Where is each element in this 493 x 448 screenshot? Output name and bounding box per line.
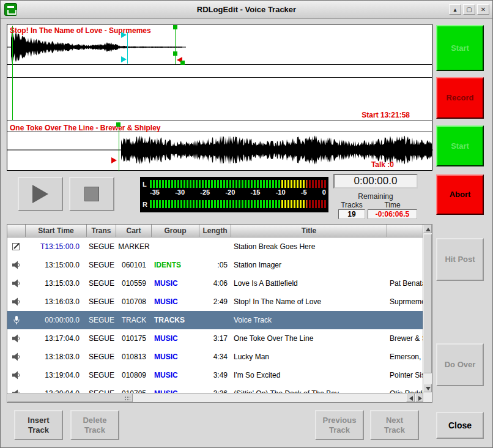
cell: MUSIC: [152, 293, 199, 311]
log-table-header[interactable]: Start TimeTransCartGroupLengthTitle: [7, 225, 423, 237]
cell: SEGUE: [87, 329, 116, 348]
window-title: RDLogEdit - Voice Tracker: [1, 5, 492, 14]
cell: SEGUE: [87, 256, 116, 274]
vertical-scrollbar-thumb[interactable]: [423, 234, 432, 373]
play-button[interactable]: [18, 177, 63, 211]
record-button[interactable]: Record: [436, 77, 484, 119]
scroll-left-button[interactable]: [406, 394, 415, 402]
talk-marker-icon[interactable]: [111, 157, 117, 163]
shade-window-icon[interactable]: ▴: [449, 4, 461, 15]
speaker-icon: [7, 329, 26, 348]
abort-button[interactable]: Abort: [436, 174, 484, 215]
cell: MUSIC: [152, 329, 199, 348]
arrow-up-icon: [426, 228, 431, 231]
voice-track-band[interactable]: Start 13:21:58: [7, 78, 432, 121]
play-icon: [32, 185, 48, 203]
column-header-blank[interactable]: [7, 225, 26, 237]
elapsed-time-display: 0:00:00.0: [333, 174, 418, 189]
table-row[interactable]: 13:20:04.0SEGUE010705MUSIC3:36(Sittin' O…: [7, 384, 423, 394]
track2-waveform-band[interactable]: One Toke Over The Line - Brewer & Shiple…: [7, 122, 432, 171]
cell: 13:18:03.0: [26, 348, 87, 366]
stop-button[interactable]: [69, 177, 114, 211]
column-header-group[interactable]: Group: [152, 225, 199, 237]
previous-track-button[interactable]: Previous Track: [315, 410, 364, 440]
delete-track-button[interactable]: Delete Track: [70, 410, 119, 440]
mic-icon: [7, 311, 26, 329]
cell: 010813: [116, 348, 152, 366]
meter-left-bar: [150, 180, 326, 188]
horizontal-scrollbar[interactable]: [7, 393, 424, 402]
track1-waveform-band[interactable]: Stop! In The Name of Love - Suprmemes: [7, 24, 432, 78]
log-table: Start TimeTransCartGroupLengthTitle T13:…: [7, 224, 432, 403]
table-row[interactable]: 00:00:00.0SEGUETRACKTRACKSVoice Track: [7, 311, 423, 329]
arrow-right-icon: [418, 396, 422, 401]
table-row[interactable]: 13:16:03.0SEGUE010708MUSIC2:49Stop! In T…: [7, 293, 423, 311]
cell: 010559: [116, 274, 152, 293]
cell: 4:06: [199, 274, 231, 293]
edit-icon: [7, 237, 26, 256]
fade-handle-icon[interactable]: [173, 51, 177, 56]
close-button[interactable]: Close: [436, 412, 484, 439]
column-header-title[interactable]: Title: [231, 225, 387, 237]
cell: T13:15:00.0: [26, 237, 87, 256]
waveform-panel[interactable]: Stop! In The Name of Love - Suprmemes St…: [7, 24, 432, 171]
next-track-button[interactable]: Next Track: [370, 410, 419, 440]
maximize-window-icon[interactable]: ▢: [463, 4, 475, 15]
column-header-length[interactable]: Length: [199, 225, 231, 237]
scroll-up-button[interactable]: [423, 225, 432, 233]
table-row[interactable]: 13:18:03.0SEGUE010813MUSIC4:34Lucky ManE…: [7, 348, 423, 366]
meter-right-label: R: [143, 201, 147, 208]
cell: :05: [199, 256, 231, 274]
scroll-down-button[interactable]: [423, 384, 432, 392]
table-row[interactable]: 13:15:00.0SEGUE060101IDENTS:05Station Im…: [7, 256, 423, 274]
insert-track-button[interactable]: Insert Track: [14, 410, 63, 440]
cell: IDENTS: [152, 256, 199, 274]
arrow-down-icon: [426, 387, 431, 390]
table-row[interactable]: 13:15:03.0SEGUE010559MUSIC4:06Love Is A …: [7, 274, 423, 293]
start-track1-button[interactable]: Start: [436, 25, 484, 71]
table-row[interactable]: 13:19:04.0SEGUE010809MUSIC3:49I'm So Exc…: [7, 366, 423, 384]
cell: 3:49: [199, 366, 231, 384]
segue-marker-line[interactable]: [127, 32, 128, 64]
cell: MUSIC: [152, 274, 199, 293]
meter-scale-tick: -25: [200, 189, 210, 196]
cell: [387, 237, 423, 256]
column-header-start-time[interactable]: Start Time: [26, 225, 87, 237]
table-row[interactable]: T13:15:00.0SEGUEMARKERStation Break Goes…: [7, 237, 423, 256]
cell: Pat Benatar: [387, 274, 423, 293]
column-header-blank[interactable]: [387, 225, 423, 237]
vertical-scrollbar[interactable]: [423, 225, 432, 402]
fade-handle-icon[interactable]: [180, 61, 185, 65]
cell: SEGUE: [87, 366, 116, 384]
stop-icon: [84, 187, 99, 201]
meter-scale-tick: -15: [251, 189, 261, 196]
start-handle-icon[interactable]: [116, 122, 120, 127]
start-time-note: Start 13:21:58: [361, 111, 410, 119]
talk-note: Talk :0: [371, 160, 394, 169]
remaining-time-value: -0:06:06.5: [368, 209, 417, 219]
table-row[interactable]: 13:17:04.0SEGUE010175MUSIC3:17One Toke O…: [7, 329, 423, 348]
fade-handle-icon[interactable]: [173, 25, 177, 29]
do-over-button[interactable]: Do Over: [436, 343, 484, 386]
cell: Station Break Goes Here: [231, 237, 387, 256]
horizontal-scrollbar-thumb[interactable]: [7, 394, 133, 402]
cell: 010809: [116, 366, 152, 384]
close-window-icon[interactable]: ✕: [477, 4, 489, 15]
arrow-left-icon: [409, 396, 413, 401]
column-header-cart[interactable]: Cart: [116, 225, 152, 237]
cell: One Toke Over The Line: [231, 329, 387, 348]
voice-tracker-window: RDLogEdit - Voice Tracker ▴ ▢ ✕ Stop! In…: [0, 0, 493, 448]
start-track2-button[interactable]: Start: [436, 125, 484, 166]
hit-post-button[interactable]: Hit Post: [436, 238, 484, 281]
meter-scale-tick: -20: [225, 189, 235, 196]
meter-scale-tick: -30: [175, 189, 185, 196]
segue-marker-icon[interactable]: [121, 32, 127, 38]
cell: SEGUE: [87, 311, 116, 329]
segue-marker-icon[interactable]: [121, 56, 127, 62]
speaker-icon: [7, 293, 26, 311]
cell: Station Imager: [231, 256, 387, 274]
cell: 3:17: [199, 329, 231, 348]
column-header-trans[interactable]: Trans: [87, 225, 116, 237]
fade-marker-line[interactable]: [175, 25, 176, 64]
cell: 3:36: [199, 384, 231, 394]
